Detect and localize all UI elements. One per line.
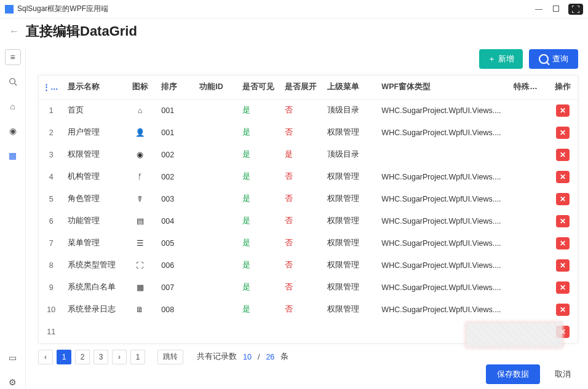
cell-wpf[interactable]: WHC.SugarProject.WpfUI.Views.... (378, 232, 510, 254)
cell-funcid[interactable] (196, 299, 238, 321)
table-row[interactable]: 1首页⌂001是否顶级目录WHC.SugarProject.WpfUI.View… (39, 99, 578, 122)
drag-handle-header[interactable]: ⋮⋮⋮ (39, 76, 64, 99)
cell-name[interactable]: 首页 (64, 99, 122, 122)
cell-expand[interactable]: 否 (281, 232, 324, 254)
chat-icon[interactable]: ▭ (5, 350, 21, 366)
cell-wpf[interactable]: WHC.SugarProject.WpfUI.Views.... (378, 99, 510, 122)
cell-parent[interactable]: 权限管理 (324, 299, 378, 321)
cell-funcid[interactable] (196, 321, 238, 343)
cell-tag[interactable] (510, 277, 548, 299)
cell-parent[interactable]: 权限管理 (324, 254, 378, 277)
cell-tag[interactable] (510, 144, 548, 166)
col-icon[interactable]: 图标 (122, 76, 157, 99)
search-icon[interactable] (5, 74, 21, 90)
cell-parent[interactable]: 权限管理 (324, 277, 378, 299)
home-icon[interactable]: ⌂ (5, 98, 21, 114)
col-op[interactable]: 操作 (548, 76, 578, 99)
table-row[interactable]: 10系统登录日志🗎008是否权限管理WHC.SugarProject.WpfUI… (39, 299, 578, 321)
delete-button[interactable]: ✕ (556, 171, 570, 183)
cell-visible[interactable]: 是 (239, 122, 281, 144)
fullscreen-button[interactable] (568, 4, 583, 15)
table-row[interactable]: 8系统类型管理⛶006是否权限管理WHC.SugarProject.WpfUI.… (39, 254, 578, 277)
cell-sort[interactable]: 001 (157, 99, 196, 122)
col-wpf[interactable]: WPF窗体类型 (378, 76, 510, 99)
cell-funcid[interactable] (196, 144, 238, 166)
table-row[interactable]: 9系统黑白名单▦007是否权限管理WHC.SugarProject.WpfUI.… (39, 277, 578, 299)
cell-visible[interactable] (239, 321, 281, 343)
cell-expand[interactable] (281, 321, 324, 343)
cell-name[interactable]: 功能管理 (64, 210, 122, 232)
cell-tag[interactable] (510, 299, 548, 321)
delete-button[interactable]: ✕ (556, 193, 570, 205)
cell-name[interactable] (64, 321, 122, 343)
delete-button[interactable]: ✕ (556, 304, 570, 316)
cell-expand[interactable]: 否 (281, 188, 324, 210)
cell-funcid[interactable] (196, 277, 238, 299)
cell-parent[interactable]: 权限管理 (324, 232, 378, 254)
user-icon[interactable]: ◉ (5, 123, 21, 139)
page-prev[interactable]: ‹ (38, 350, 53, 364)
cell-name[interactable]: 角色管理 (64, 188, 122, 210)
delete-button[interactable]: ✕ (556, 281, 570, 294)
delete-button[interactable]: ✕ (556, 149, 570, 161)
cell-tag[interactable] (510, 122, 548, 144)
cell-parent[interactable]: 权限管理 (324, 188, 378, 210)
delete-button[interactable]: ✕ (556, 104, 570, 117)
hamburger-icon[interactable]: ≡ (5, 49, 21, 65)
table-row[interactable]: 4机构管理ᚶ002是否权限管理WHC.SugarProject.WpfUI.Vi… (39, 166, 578, 188)
cell-parent[interactable]: 权限管理 (324, 210, 378, 232)
page-2[interactable]: 2 (75, 350, 90, 364)
cell-name[interactable]: 系统黑白名单 (64, 277, 122, 299)
grid-icon[interactable]: ▦ (5, 147, 21, 163)
page-goto-input[interactable]: 1 (130, 350, 145, 364)
delete-button[interactable]: ✕ (556, 127, 570, 139)
cell-sort[interactable]: 007 (157, 277, 196, 299)
table-row[interactable]: 2用户管理👤001是否权限管理WHC.SugarProject.WpfUI.Vi… (39, 122, 578, 144)
cell-visible[interactable]: 是 (239, 299, 281, 321)
col-name[interactable]: 显示名称 (64, 76, 122, 99)
cell-wpf[interactable]: WHC.SugarProject.WpfUI.Views.... (378, 166, 510, 188)
cell-wpf[interactable]: WHC.SugarProject.WpfUI.Views.... (378, 277, 510, 299)
col-expand[interactable]: 是否展开 (281, 76, 324, 99)
cell-funcid[interactable] (196, 232, 238, 254)
cell-funcid[interactable] (196, 166, 238, 188)
cell-wpf[interactable]: WHC.SugarProject.WpfUI.Views.... (378, 188, 510, 210)
save-button[interactable]: 保存数据 (486, 364, 540, 384)
cell-wpf[interactable]: WHC.SugarProject.WpfUI.Views.... (378, 122, 510, 144)
col-tag[interactable]: 特殊标签 (510, 76, 548, 99)
cell-expand[interactable]: 否 (281, 122, 324, 144)
cell-funcid[interactable] (196, 254, 238, 277)
cell-tag[interactable] (510, 232, 548, 254)
delete-button[interactable]: ✕ (556, 215, 570, 227)
col-sort[interactable]: 排序 (157, 76, 196, 99)
page-1[interactable]: 1 (57, 350, 71, 364)
cell-funcid[interactable] (196, 99, 238, 122)
cell-visible[interactable]: 是 (239, 277, 281, 299)
cell-visible[interactable]: 是 (239, 166, 281, 188)
cell-funcid[interactable] (196, 188, 238, 210)
cell-sort[interactable]: 008 (157, 299, 196, 321)
cell-expand[interactable]: 否 (281, 277, 324, 299)
cell-parent[interactable]: 权限管理 (324, 166, 378, 188)
page-jump-button[interactable]: 跳转 (157, 350, 183, 364)
new-button[interactable]: ＋新增 (479, 49, 523, 69)
cell-visible[interactable]: 是 (239, 254, 281, 277)
col-visible[interactable]: 是否可见 (239, 76, 281, 99)
cell-expand[interactable]: 是 (281, 144, 324, 166)
cell-parent[interactable]: 顶级目录 (324, 99, 378, 122)
cell-parent[interactable]: 顶级目录 (324, 144, 378, 166)
cell-name[interactable]: 系统登录日志 (64, 299, 122, 321)
settings-icon[interactable]: ⚙ (5, 374, 21, 389)
cell-visible[interactable]: 是 (239, 210, 281, 232)
cell-expand[interactable]: 否 (281, 254, 324, 277)
cell-funcid[interactable] (196, 122, 238, 144)
table-row[interactable]: 5角色管理☤003是否权限管理WHC.SugarProject.WpfUI.Vi… (39, 188, 578, 210)
cell-name[interactable]: 机构管理 (64, 166, 122, 188)
cell-wpf[interactable] (378, 144, 510, 166)
cell-expand[interactable]: 否 (281, 166, 324, 188)
delete-button[interactable]: ✕ (556, 259, 570, 272)
page-next[interactable]: › (112, 350, 127, 364)
cell-parent[interactable]: 权限管理 (324, 122, 378, 144)
cancel-button[interactable]: 取消 (547, 364, 578, 384)
page-3[interactable]: 3 (93, 350, 108, 364)
